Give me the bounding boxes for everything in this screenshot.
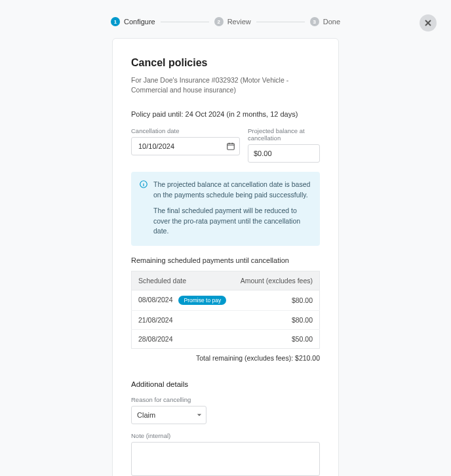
table-row: 28/08/2024 $50.00: [132, 330, 320, 349]
reason-select[interactable]: Claim: [131, 406, 206, 424]
table-row: 21/08/2024 $80.00: [132, 311, 320, 330]
row-date: 08/08/2024: [138, 296, 173, 304]
row-date: 28/08/2024: [138, 335, 173, 343]
remaining-payments-label: Remaining scheduled payments until cance…: [131, 256, 320, 264]
step-connector: [161, 22, 209, 22]
close-icon: [424, 19, 432, 27]
note-textarea[interactable]: [131, 442, 320, 476]
cancellation-date-input[interactable]: [137, 142, 234, 151]
col-amount: Amount (excludes fees): [233, 271, 320, 290]
projected-balance-value: $0.00: [254, 149, 272, 157]
row-date: 21/08/2024: [138, 316, 173, 324]
total-remaining: Total remaining (excludes fees): $210.00: [131, 354, 320, 362]
step-review[interactable]: 2 Review: [214, 17, 251, 26]
step-number: 2: [214, 17, 224, 26]
page-title: Cancel policies: [131, 57, 320, 69]
note-label: Note (internal): [131, 432, 320, 439]
paid-until-text: Policy paid until: 24 Oct 2024 (in 2 mon…: [131, 110, 320, 118]
row-amount: $80.00: [233, 290, 320, 311]
step-connector: [256, 22, 305, 22]
row-amount: $80.00: [233, 311, 320, 330]
table-row: 08/08/2024 Promise to pay $80.00: [132, 290, 320, 311]
row-amount: $50.00: [233, 330, 320, 349]
info-text-2: The final scheduled payment will be redu…: [153, 206, 311, 237]
projected-balance-label: Projected balance at cancellation: [248, 127, 320, 142]
reason-label: Reason for cancelling: [131, 396, 320, 403]
col-scheduled-date: Scheduled date: [132, 271, 234, 290]
step-number: 1: [111, 17, 120, 26]
step-configure[interactable]: 1 Configure: [111, 17, 155, 26]
promise-to-pay-badge: Promise to pay: [178, 296, 226, 305]
step-done[interactable]: 3 Done: [310, 17, 340, 26]
close-button[interactable]: [420, 14, 437, 31]
cancellation-date-input-wrap[interactable]: [131, 137, 240, 155]
step-label: Review: [227, 18, 251, 26]
info-icon: [139, 180, 148, 189]
step-label: Configure: [124, 18, 155, 26]
payments-table: Scheduled date Amount (excludes fees) 08…: [131, 271, 320, 349]
step-number: 3: [310, 17, 319, 26]
svg-rect-0: [227, 144, 235, 149]
step-label: Done: [323, 18, 340, 26]
cancel-policies-panel: Cancel policies For Jane Doe's Insurance…: [112, 38, 339, 476]
stepper: 1 Configure 2 Review 3 Done: [0, 0, 451, 38]
cancellation-date-label: Cancellation date: [131, 127, 240, 134]
projected-balance-display: $0.00: [248, 144, 320, 163]
projected-balance-field: Projected balance at cancellation $0.00: [248, 127, 320, 163]
additional-details-title: Additional details: [131, 380, 320, 388]
info-text-1: The projected balance at cancellation da…: [153, 180, 311, 201]
info-banner: The projected balance at cancellation da…: [131, 172, 320, 246]
reason-value: Claim: [137, 411, 155, 419]
page-subtitle: For Jane Doe's Insurance #032932 (Motor …: [131, 75, 320, 94]
chevron-down-icon: [197, 412, 202, 418]
cancellation-date-field: Cancellation date: [131, 127, 240, 163]
calendar-icon[interactable]: [226, 142, 235, 151]
